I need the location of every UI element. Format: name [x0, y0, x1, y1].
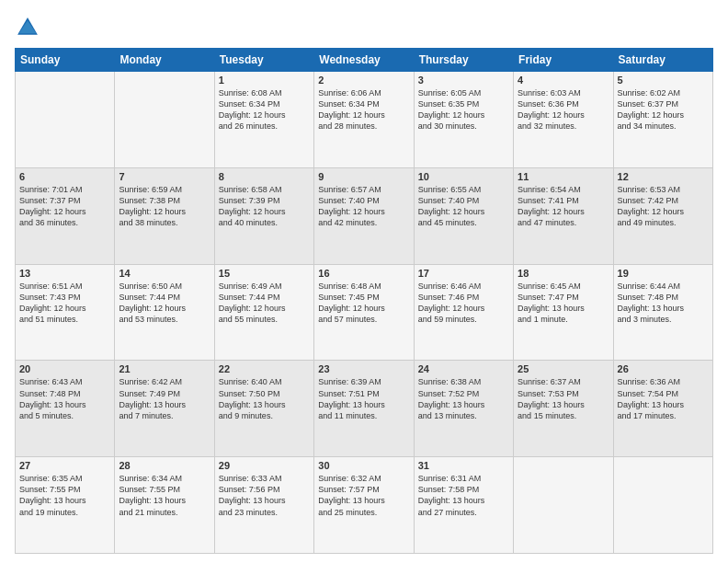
weekday-header-saturday: Saturday	[613, 49, 712, 72]
calendar-cell: 5Sunrise: 6:02 AM Sunset: 6:37 PM Daylig…	[613, 72, 712, 168]
calendar-cell: 29Sunrise: 6:33 AM Sunset: 7:56 PM Dayli…	[214, 457, 313, 554]
day-number: 26	[618, 363, 709, 374]
day-number: 7	[119, 171, 210, 182]
day-info: Sunrise: 6:42 AM Sunset: 7:49 PM Dayligh…	[119, 376, 210, 421]
day-info: Sunrise: 6:45 AM Sunset: 7:47 PM Dayligh…	[518, 281, 609, 326]
day-number: 14	[119, 268, 210, 279]
day-number: 19	[618, 268, 709, 279]
day-info: Sunrise: 6:59 AM Sunset: 7:38 PM Dayligh…	[119, 184, 210, 229]
calendar-cell: 7Sunrise: 6:59 AM Sunset: 7:38 PM Daylig…	[115, 167, 214, 264]
weekday-header-wednesday: Wednesday	[314, 49, 414, 72]
calendar-cell: 4Sunrise: 6:03 AM Sunset: 6:36 PM Daylig…	[514, 72, 613, 168]
weekday-header-friday: Friday	[514, 49, 613, 72]
calendar-cell: 11Sunrise: 6:54 AM Sunset: 7:41 PM Dayli…	[514, 167, 613, 264]
calendar-cell: 18Sunrise: 6:45 AM Sunset: 7:47 PM Dayli…	[514, 264, 613, 361]
calendar-table: SundayMondayTuesdayWednesdayThursdayFrid…	[15, 48, 713, 554]
calendar-week-3: 13Sunrise: 6:51 AM Sunset: 7:43 PM Dayli…	[16, 264, 713, 361]
weekday-header-row: SundayMondayTuesdayWednesdayThursdayFrid…	[16, 49, 713, 72]
day-info: Sunrise: 6:49 AM Sunset: 7:44 PM Dayligh…	[219, 281, 310, 326]
logo	[15, 15, 44, 40]
day-number: 22	[219, 363, 310, 374]
calendar-cell: 1Sunrise: 6:08 AM Sunset: 6:34 PM Daylig…	[214, 72, 313, 168]
calendar-cell: 12Sunrise: 6:53 AM Sunset: 7:42 PM Dayli…	[613, 167, 712, 264]
calendar-cell: 10Sunrise: 6:55 AM Sunset: 7:40 PM Dayli…	[414, 167, 513, 264]
day-number: 27	[19, 460, 110, 471]
calendar-cell: 13Sunrise: 6:51 AM Sunset: 7:43 PM Dayli…	[16, 264, 115, 361]
calendar-cell: 14Sunrise: 6:50 AM Sunset: 7:44 PM Dayli…	[115, 264, 214, 361]
weekday-header-monday: Monday	[115, 49, 214, 72]
day-number: 6	[19, 171, 110, 182]
day-info: Sunrise: 6:58 AM Sunset: 7:39 PM Dayligh…	[219, 184, 310, 229]
day-info: Sunrise: 6:57 AM Sunset: 7:40 PM Dayligh…	[318, 184, 409, 229]
calendar-cell: 20Sunrise: 6:43 AM Sunset: 7:48 PM Dayli…	[16, 361, 115, 457]
day-number: 15	[219, 268, 310, 279]
calendar-cell: 3Sunrise: 6:05 AM Sunset: 6:35 PM Daylig…	[414, 72, 513, 168]
day-info: Sunrise: 6:33 AM Sunset: 7:56 PM Dayligh…	[219, 473, 310, 518]
calendar-week-4: 20Sunrise: 6:43 AM Sunset: 7:48 PM Dayli…	[16, 361, 713, 457]
day-info: Sunrise: 6:34 AM Sunset: 7:55 PM Dayligh…	[119, 473, 210, 518]
day-number: 4	[518, 75, 609, 86]
day-info: Sunrise: 6:50 AM Sunset: 7:44 PM Dayligh…	[119, 281, 210, 326]
day-number: 30	[318, 460, 409, 471]
day-info: Sunrise: 6:35 AM Sunset: 7:55 PM Dayligh…	[19, 473, 110, 518]
day-number: 8	[219, 171, 310, 182]
calendar-cell	[115, 72, 214, 168]
day-number: 1	[219, 75, 310, 86]
weekday-header-sunday: Sunday	[16, 49, 115, 72]
calendar-cell: 9Sunrise: 6:57 AM Sunset: 7:40 PM Daylig…	[314, 167, 414, 264]
header	[15, 15, 713, 40]
day-info: Sunrise: 6:39 AM Sunset: 7:51 PM Dayligh…	[318, 376, 409, 421]
day-number: 21	[119, 363, 210, 374]
calendar-cell: 22Sunrise: 6:40 AM Sunset: 7:50 PM Dayli…	[214, 361, 313, 457]
day-number: 10	[418, 171, 509, 182]
day-info: Sunrise: 7:01 AM Sunset: 7:37 PM Dayligh…	[19, 184, 110, 229]
day-info: Sunrise: 6:02 AM Sunset: 6:37 PM Dayligh…	[618, 87, 709, 132]
day-info: Sunrise: 6:46 AM Sunset: 7:46 PM Dayligh…	[418, 281, 509, 326]
calendar-body: 1Sunrise: 6:08 AM Sunset: 6:34 PM Daylig…	[16, 72, 713, 554]
weekday-header-thursday: Thursday	[414, 49, 513, 72]
day-info: Sunrise: 6:43 AM Sunset: 7:48 PM Dayligh…	[19, 376, 110, 421]
svg-marker-1	[19, 20, 37, 33]
calendar-cell: 2Sunrise: 6:06 AM Sunset: 6:34 PM Daylig…	[314, 72, 414, 168]
day-info: Sunrise: 6:54 AM Sunset: 7:41 PM Dayligh…	[518, 184, 609, 229]
calendar-cell: 28Sunrise: 6:34 AM Sunset: 7:55 PM Dayli…	[115, 457, 214, 554]
day-number: 17	[418, 268, 509, 279]
day-number: 25	[518, 363, 609, 374]
day-info: Sunrise: 6:55 AM Sunset: 7:40 PM Dayligh…	[418, 184, 509, 229]
calendar-cell: 6Sunrise: 7:01 AM Sunset: 7:37 PM Daylig…	[16, 167, 115, 264]
weekday-header-tuesday: Tuesday	[214, 49, 313, 72]
calendar-cell: 30Sunrise: 6:32 AM Sunset: 7:57 PM Dayli…	[314, 457, 414, 554]
logo-icon	[15, 15, 40, 40]
calendar-week-5: 27Sunrise: 6:35 AM Sunset: 7:55 PM Dayli…	[16, 457, 713, 554]
day-info: Sunrise: 6:05 AM Sunset: 6:35 PM Dayligh…	[418, 87, 509, 132]
calendar-week-2: 6Sunrise: 7:01 AM Sunset: 7:37 PM Daylig…	[16, 167, 713, 264]
day-number: 11	[518, 171, 609, 182]
day-info: Sunrise: 6:40 AM Sunset: 7:50 PM Dayligh…	[219, 376, 310, 421]
day-info: Sunrise: 6:03 AM Sunset: 6:36 PM Dayligh…	[518, 87, 609, 132]
day-number: 24	[418, 363, 509, 374]
calendar-cell: 8Sunrise: 6:58 AM Sunset: 7:39 PM Daylig…	[214, 167, 313, 264]
page: SundayMondayTuesdayWednesdayThursdayFrid…	[0, 0, 728, 563]
calendar-week-1: 1Sunrise: 6:08 AM Sunset: 6:34 PM Daylig…	[16, 72, 713, 168]
day-info: Sunrise: 6:53 AM Sunset: 7:42 PM Dayligh…	[618, 184, 709, 229]
day-info: Sunrise: 6:44 AM Sunset: 7:48 PM Dayligh…	[618, 281, 709, 326]
day-number: 2	[318, 75, 409, 86]
day-number: 13	[19, 268, 110, 279]
calendar-cell: 17Sunrise: 6:46 AM Sunset: 7:46 PM Dayli…	[414, 264, 513, 361]
calendar-cell: 23Sunrise: 6:39 AM Sunset: 7:51 PM Dayli…	[314, 361, 414, 457]
calendar-header: SundayMondayTuesdayWednesdayThursdayFrid…	[16, 49, 713, 72]
calendar-cell: 31Sunrise: 6:31 AM Sunset: 7:58 PM Dayli…	[414, 457, 513, 554]
day-number: 5	[618, 75, 709, 86]
day-info: Sunrise: 6:51 AM Sunset: 7:43 PM Dayligh…	[19, 281, 110, 326]
day-number: 31	[418, 460, 509, 471]
calendar-cell: 15Sunrise: 6:49 AM Sunset: 7:44 PM Dayli…	[214, 264, 313, 361]
calendar-cell: 19Sunrise: 6:44 AM Sunset: 7:48 PM Dayli…	[613, 264, 712, 361]
calendar-cell: 16Sunrise: 6:48 AM Sunset: 7:45 PM Dayli…	[314, 264, 414, 361]
day-info: Sunrise: 6:32 AM Sunset: 7:57 PM Dayligh…	[318, 473, 409, 518]
day-number: 20	[19, 363, 110, 374]
calendar-cell: 24Sunrise: 6:38 AM Sunset: 7:52 PM Dayli…	[414, 361, 513, 457]
day-info: Sunrise: 6:08 AM Sunset: 6:34 PM Dayligh…	[219, 87, 310, 132]
day-number: 29	[219, 460, 310, 471]
day-number: 16	[318, 268, 409, 279]
day-number: 3	[418, 75, 509, 86]
